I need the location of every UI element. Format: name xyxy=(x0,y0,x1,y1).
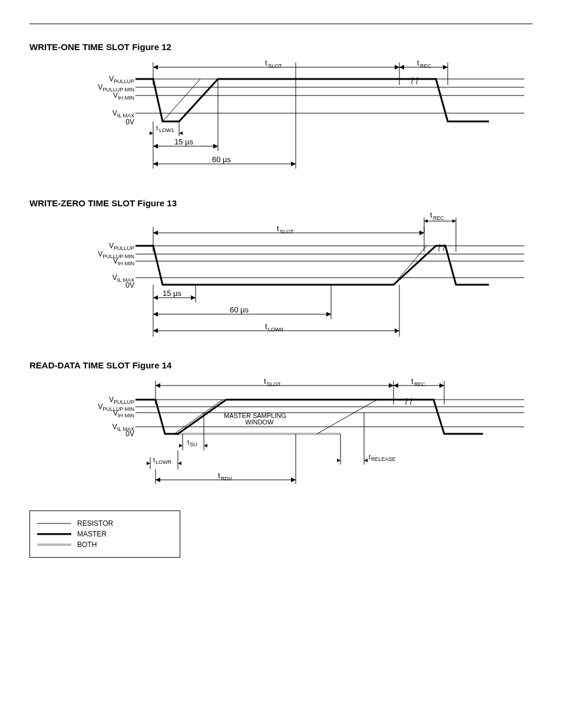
svg-text:RELEASE: RELEASE xyxy=(371,456,396,462)
read-data-diagram: VPULLUP VPULLUP MIN VIH MIN VIL MAX 0V M… xyxy=(35,375,524,499)
svg-text:REC: REC xyxy=(433,215,445,221)
svg-text:LOW1: LOW1 xyxy=(159,127,174,133)
legend-both: BOTH xyxy=(77,541,97,549)
legend-master: MASTER xyxy=(77,530,107,538)
svg-text:t: t xyxy=(430,210,432,219)
svg-text:LOW0: LOW0 xyxy=(268,327,283,332)
svg-text:t: t xyxy=(156,124,158,131)
svg-text:LOWR: LOWR xyxy=(156,459,172,465)
svg-text:SLOT: SLOT xyxy=(267,381,281,387)
figure-13-title: WRITE-ZERO TIME SLOT Figure 13 xyxy=(29,198,533,208)
svg-text:WINDOW: WINDOW xyxy=(245,419,274,426)
ylabel-vih-min: VIH MIN xyxy=(113,92,134,101)
svg-text:15 µs: 15 µs xyxy=(174,137,194,146)
svg-line-4 xyxy=(163,79,200,121)
svg-text:60 µs: 60 µs xyxy=(230,305,249,314)
svg-text:t: t xyxy=(265,58,267,67)
svg-text:60 µs: 60 µs xyxy=(212,155,232,164)
svg-line-58 xyxy=(317,400,377,434)
write-zero-svg: tSLOT tREC 15 µs 60 µs tLOW0 xyxy=(35,213,524,348)
write-one-diagram: VPULLUP VPULLUP MIN VIH MIN VIL MAX 0V t… xyxy=(35,57,524,186)
ylabel-0v: 0V xyxy=(125,282,134,289)
ylabel-0v: 0V xyxy=(125,430,134,437)
svg-line-57 xyxy=(174,400,223,434)
write-zero-diagram: VPULLUP VPULLUP MIN VIH MIN VIL MAX 0V t… xyxy=(35,213,524,348)
ylabel-vih-min: VIH MIN xyxy=(113,258,134,266)
svg-text:REC: REC xyxy=(414,381,426,387)
svg-text:t: t xyxy=(369,453,371,460)
svg-text:t: t xyxy=(187,439,189,446)
figure-12-title: WRITE-ONE TIME SLOT Figure 12 xyxy=(29,42,533,52)
svg-text:t: t xyxy=(264,377,266,386)
ylabel-vih-min: VIH MIN xyxy=(113,410,134,419)
svg-text:t: t xyxy=(277,224,279,233)
svg-text:t: t xyxy=(218,471,220,480)
svg-text:t: t xyxy=(153,456,155,463)
svg-text:RDV: RDV xyxy=(221,476,232,482)
svg-text:REC: REC xyxy=(420,63,432,69)
svg-text:SLOT: SLOT xyxy=(280,229,294,235)
svg-text:15 µs: 15 µs xyxy=(163,289,182,298)
svg-text:t: t xyxy=(411,377,414,386)
ylabel-0v: 0V xyxy=(125,118,134,126)
figure-14-title: READ-DATA TIME SLOT Figure 14 xyxy=(29,360,533,370)
svg-text:t: t xyxy=(265,322,267,331)
svg-text:SU: SU xyxy=(190,442,197,447)
legend-box: RESISTOR MASTER BOTH xyxy=(29,510,180,558)
svg-text:t: t xyxy=(417,58,419,67)
svg-line-30 xyxy=(394,246,427,285)
read-data-svg: MASTER SAMPLING WINDOW tSLOT tREC tSU tL… xyxy=(35,375,524,499)
svg-text:SLOT: SLOT xyxy=(268,63,282,69)
legend-resistor: RESISTOR xyxy=(77,519,113,528)
